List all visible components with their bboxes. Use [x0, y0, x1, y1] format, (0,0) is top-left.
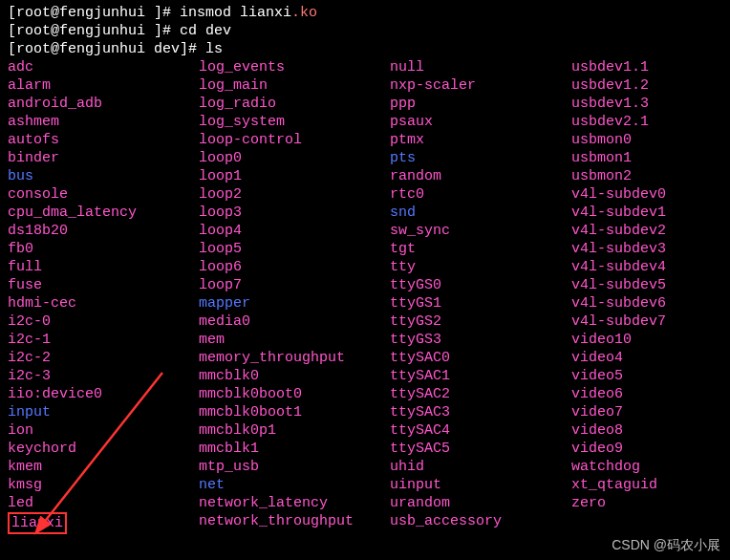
file-entry: usbdev2.1: [571, 113, 722, 131]
file-entry: video5: [571, 367, 722, 385]
prompt-prefix: [root@fengjunhui dev]#: [8, 41, 205, 57]
file-entry: led: [8, 494, 199, 512]
file-entry: loop1: [199, 167, 390, 185]
file-entry: v4l-subdev6: [571, 294, 722, 312]
file-entry: video4: [571, 349, 722, 367]
file-entry: mapper: [199, 294, 390, 312]
file-entry: v4l-subdev2: [571, 222, 722, 240]
file-entry: log_main: [199, 76, 390, 95]
file-entry: xt_qtaguid: [571, 476, 722, 494]
file-entry: ttyGS1: [390, 294, 571, 312]
file-entry: zero: [571, 494, 722, 512]
file-entry: tgt: [390, 240, 571, 258]
file-entry: video7: [571, 403, 722, 421]
file-entry: ttyGS3: [390, 331, 571, 349]
file-entry: bus: [8, 167, 199, 185]
file-entry: loop-control: [199, 131, 390, 149]
file-entry: log_radio: [199, 95, 390, 113]
file-entry: video10: [571, 331, 722, 349]
file-entry: alarm: [8, 76, 199, 95]
prompt-line: [root@fengjunhui dev]# ls: [8, 40, 722, 58]
file-entry: ion: [8, 421, 199, 440]
file-entry: cpu_dma_latency: [8, 204, 199, 222]
file-entry: [571, 512, 722, 534]
file-entry: loop3: [199, 204, 390, 222]
file-entry: sw_sync: [390, 222, 571, 240]
file-entry: console: [8, 185, 199, 204]
file-entry: ttySAC4: [390, 421, 571, 440]
file-entry: usbdev1.1: [571, 58, 722, 76]
file-entry: lianxi: [8, 512, 199, 534]
file-entry: input: [8, 403, 199, 421]
file-entry: ttySAC3: [390, 403, 571, 421]
file-entry: kmem: [8, 458, 199, 476]
file-entry: android_adb: [8, 95, 199, 113]
file-entry: loop4: [199, 222, 390, 240]
file-entry: usbdev1.2: [571, 76, 722, 95]
file-entry: fb0: [8, 240, 199, 258]
file-entry: loop6: [199, 258, 390, 276]
terminal-output: [root@fengjunhui ]# insmod lianxi.ko[roo…: [8, 4, 722, 534]
file-entry: fuse: [8, 276, 199, 294]
file-entry: usbdev1.3: [571, 95, 722, 113]
file-entry: uinput: [390, 476, 571, 494]
file-entry: v4l-subdev0: [571, 185, 722, 204]
file-entry: log_system: [199, 113, 390, 131]
file-entry: tty: [390, 258, 571, 276]
file-entry: nxp-scaler: [390, 76, 571, 95]
file-entry: ttySAC2: [390, 385, 571, 403]
file-entry: usb_accessory: [390, 512, 571, 534]
file-entry: uhid: [390, 458, 571, 476]
file-entry: iio:device0: [8, 385, 199, 403]
file-entry: pts: [390, 149, 571, 167]
file-entry: v4l-subdev3: [571, 240, 722, 258]
file-entry: keychord: [8, 440, 199, 458]
file-entry: autofs: [8, 131, 199, 149]
file-entry: urandom: [390, 494, 571, 512]
file-entry: memory_throughput: [199, 349, 390, 367]
file-entry: loop7: [199, 276, 390, 294]
file-entry: v4l-subdev7: [571, 312, 722, 331]
file-entry: ds18b20: [8, 222, 199, 240]
file-entry: loop0: [199, 149, 390, 167]
file-entry: mmcblk0boot1: [199, 403, 390, 421]
file-entry: network_throughput: [199, 512, 390, 534]
prompt-prefix: [root@fengjunhui ]#: [8, 5, 180, 21]
file-entry: full: [8, 258, 199, 276]
file-entry: v4l-subdev5: [571, 276, 722, 294]
file-entry: i2c-0: [8, 312, 199, 331]
file-entry: random: [390, 167, 571, 185]
file-entry: i2c-2: [8, 349, 199, 367]
file-entry: v4l-subdev4: [571, 258, 722, 276]
file-entry: usbmon2: [571, 167, 722, 185]
file-entry: mem: [199, 331, 390, 349]
file-extension: .ko: [291, 5, 317, 21]
file-entry: video8: [571, 421, 722, 440]
file-entry: snd: [390, 204, 571, 222]
command-text: ls: [205, 41, 223, 57]
file-entry: ttySAC5: [390, 440, 571, 458]
file-entry: ppp: [390, 95, 571, 113]
file-entry: mmcblk0: [199, 367, 390, 385]
file-entry: v4l-subdev1: [571, 204, 722, 222]
file-entry: video6: [571, 385, 722, 403]
file-entry: net: [199, 476, 390, 494]
file-entry: ttySAC0: [390, 349, 571, 367]
file-entry: rtc0: [390, 185, 571, 204]
watermark-text: CSDN @码农小展: [612, 536, 720, 554]
file-entry: usbmon1: [571, 149, 722, 167]
file-entry: loop2: [199, 185, 390, 204]
file-entry: kmsg: [8, 476, 199, 494]
file-entry: adc: [8, 58, 199, 76]
file-entry: i2c-3: [8, 367, 199, 385]
command-text: cd dev: [180, 23, 231, 39]
file-entry: log_events: [199, 58, 390, 76]
file-entry: psaux: [390, 113, 571, 131]
file-entry: mmcblk0p1: [199, 421, 390, 440]
prompt-line: [root@fengjunhui ]# insmod lianxi.ko: [8, 4, 722, 22]
file-entry: ttySAC1: [390, 367, 571, 385]
file-entry: ptmx: [390, 131, 571, 149]
file-entry: usbmon0: [571, 131, 722, 149]
file-entry: ttyGS0: [390, 276, 571, 294]
file-entry: i2c-1: [8, 331, 199, 349]
